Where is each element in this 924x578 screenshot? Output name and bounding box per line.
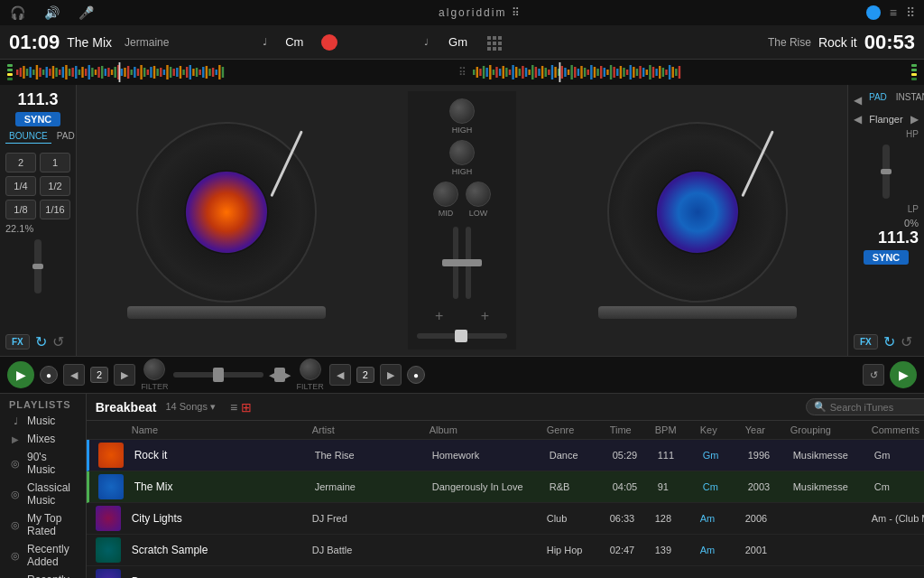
svg-rect-104	[594, 67, 596, 78]
svg-rect-12	[52, 66, 54, 79]
loop-tab-bounce[interactable]: BOUNCE	[5, 129, 51, 144]
loop-num-right[interactable]: 2	[356, 367, 374, 383]
fx-next-btn[interactable]: ▶	[910, 113, 919, 126]
play-button-left[interactable]: ▶	[7, 361, 34, 388]
loop-btn-1[interactable]: 1	[40, 153, 70, 172]
turntable-right[interactable]	[607, 122, 788, 303]
time-cell: 04:05	[613, 481, 658, 492]
high-knob-left[interactable]	[449, 98, 475, 124]
svg-rect-106	[600, 66, 602, 79]
undo-icon-right[interactable]: ↺	[901, 333, 912, 350]
track-thumbnail	[96, 537, 132, 563]
fx-prev-btn[interactable]: ◀	[854, 113, 862, 126]
turntable-left[interactable]	[136, 122, 317, 303]
col-thumb	[96, 424, 132, 435]
loop-btn-quarter[interactable]: 1/4	[5, 176, 36, 196]
sidebar-item-recently-added[interactable]: ◎ Recently Added	[0, 540, 86, 571]
loop-icon-right[interactable]: ↻	[883, 333, 895, 350]
pad-tab-instant[interactable]: INSTANT	[892, 90, 924, 104]
track-row[interactable]: City LightsDJ FredClub06:33128Am2006Am -…	[87, 503, 924, 535]
next-btn-right[interactable]: ▶	[380, 364, 402, 386]
pitch-slider-h-left[interactable]	[173, 372, 263, 378]
sidebar-item-recently-played[interactable]: ◎ Recently Played	[0, 571, 86, 578]
fx-button-left[interactable]: FX	[5, 334, 30, 350]
song-count[interactable]: 14 Songs ▾	[165, 401, 216, 413]
col-grouping[interactable]: Grouping	[790, 424, 872, 435]
high-knob-r[interactable]	[449, 140, 475, 165]
plus-icon[interactable]: +	[481, 308, 489, 324]
low-label: LOW	[469, 209, 488, 218]
loop-btn-sixteenth[interactable]: 1/16	[40, 200, 70, 219]
minus-icon[interactable]: +	[435, 308, 443, 324]
cue-button-right[interactable]: ●	[407, 366, 425, 384]
track-row[interactable]: The MixJermaineDangerously In LoveR&B04:…	[87, 471, 924, 503]
undo-icon-left[interactable]: ↺	[52, 333, 64, 350]
loop-num-left[interactable]: 2	[90, 367, 108, 383]
col-artist[interactable]: Artist	[312, 424, 430, 435]
loop-icon-left[interactable]: ↻	[35, 333, 47, 350]
col-key[interactable]: Key	[700, 424, 745, 435]
track-row[interactable]: Scratch SampleDJ BattleHip Hop02:47139Am…	[87, 535, 924, 566]
grid-view-icon[interactable]	[487, 36, 500, 49]
svg-rect-96	[568, 70, 569, 75]
filter-knob-right[interactable]	[300, 359, 321, 380]
svg-rect-66	[473, 62, 908, 82]
svg-rect-29	[107, 68, 109, 77]
pitch-thumb-right	[274, 368, 285, 382]
grid-view-icon-btn[interactable]: ⊞	[241, 400, 252, 415]
col-album[interactable]: Album	[430, 424, 547, 435]
pitch-slider-right[interactable]	[882, 144, 890, 199]
menu-icon[interactable]: ≡	[890, 5, 897, 20]
chevron-left-icon[interactable]: ◀	[854, 94, 862, 107]
svg-rect-95	[564, 68, 566, 77]
col-bpm[interactable]: BPM	[655, 424, 700, 435]
pad-tab-pad[interactable]: PAD	[865, 90, 891, 104]
mid-knob-el[interactable]	[433, 182, 458, 207]
prev-btn-left[interactable]: ◀	[63, 364, 85, 386]
next-btn-left[interactable]: ▶	[114, 364, 135, 386]
volume-fader-right[interactable]	[466, 227, 471, 299]
sync-button-left[interactable]: SYNC	[15, 112, 60, 126]
col-name[interactable]: Name	[132, 424, 312, 435]
svg-rect-50	[176, 68, 178, 77]
sidebar-item-90s-music[interactable]: ◎ 90's Music	[0, 448, 86, 479]
low-knob-el[interactable]	[466, 182, 491, 207]
list-view-icon[interactable]: ≡	[230, 400, 237, 415]
loop-tab-pad[interactable]: PAD	[53, 129, 79, 144]
album-cell: Homework	[432, 450, 550, 461]
search-input[interactable]	[830, 402, 924, 413]
loop-btn-half[interactable]: 1/2	[40, 176, 70, 196]
sidebar-item-mixes[interactable]: ▶ Mixes	[0, 430, 86, 448]
col-comments[interactable]: Comments	[872, 424, 924, 435]
search-icon: 🔍	[814, 401, 827, 413]
play-button-right[interactable]: ▶	[890, 361, 917, 388]
col-year[interactable]: Year	[745, 424, 790, 435]
sidebar-item-music[interactable]: ♩ Music	[0, 412, 86, 430]
pitch-right-container: ◀ ▶	[269, 369, 291, 381]
svg-rect-86	[535, 67, 537, 78]
col-genre[interactable]: Genre	[547, 424, 610, 435]
sync-button-right[interactable]: SYNC	[864, 250, 909, 265]
filter-knob-left[interactable]	[143, 359, 165, 380]
waveform-left[interactable]	[16, 62, 451, 82]
svg-rect-37	[134, 67, 135, 78]
cue-button-left[interactable]: ●	[40, 366, 58, 384]
grid-bars-icon[interactable]: ⠿	[906, 5, 915, 20]
search-box[interactable]: 🔍	[806, 398, 924, 415]
deck-left-bpm: 111.3	[5, 90, 70, 109]
prev-btn-right[interactable]: ◀	[329, 364, 351, 386]
loop-btn-eighth[interactable]: 1/8	[5, 200, 36, 219]
fx-button-right[interactable]: FX	[854, 334, 878, 350]
loop-btn-2[interactable]: 2	[5, 153, 36, 172]
sidebar-item-label-music: Music	[27, 415, 55, 427]
crossfader[interactable]	[417, 333, 507, 339]
waveform-right[interactable]	[473, 62, 908, 82]
track-row[interactable]: Rock itThe RiseHomeworkDance05:29111Gm19…	[87, 440, 924, 471]
track-row[interactable]: DeepRock MilesPolice & ThievesReggae03:1…	[87, 566, 924, 578]
col-time[interactable]: Time	[610, 424, 655, 435]
undo-btn-right[interactable]: ↺	[863, 364, 884, 386]
sidebar-item-classical[interactable]: ◎ Classical Music	[0, 479, 86, 509]
pitch-slider-left[interactable]	[34, 239, 42, 294]
sidebar-item-top-rated[interactable]: ◎ My Top Rated	[0, 509, 86, 540]
record-button-left[interactable]	[321, 34, 337, 51]
